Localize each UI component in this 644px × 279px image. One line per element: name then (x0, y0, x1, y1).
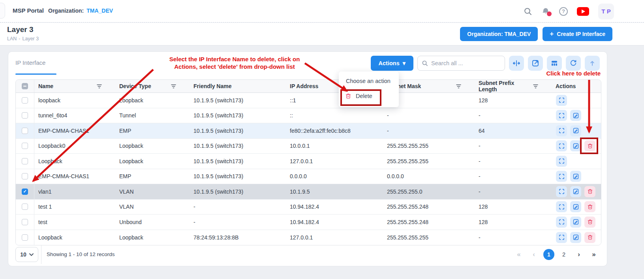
row-checkbox[interactable] (22, 143, 28, 149)
delete-button[interactable] (584, 186, 595, 197)
row-checkbox[interactable] (22, 219, 28, 225)
row-device-type-cell: VLAN (115, 189, 190, 195)
expand-button[interactable] (556, 110, 567, 121)
expand-button[interactable] (556, 125, 567, 136)
row-subnet-mask-cell: 255.255.255.255 (383, 158, 475, 164)
row-checkbox[interactable] (22, 173, 28, 179)
edit-icon (573, 113, 579, 119)
expand-button[interactable] (556, 95, 567, 106)
organization-button[interactable]: Organization: TMA_DEV (460, 27, 538, 41)
page-2-button[interactable]: 2 (556, 251, 571, 258)
filter-icon[interactable] (533, 84, 538, 89)
row-checkbox[interactable] (22, 204, 28, 210)
row-checkbox[interactable] (22, 234, 28, 241)
row-checkbox[interactable] (22, 128, 28, 134)
next-page-button[interactable]: › (571, 249, 586, 260)
row-subnet-prefix-cell: - (475, 234, 552, 241)
edit-button[interactable] (570, 201, 581, 212)
page-1-button[interactable]: 1 (543, 249, 554, 260)
org-value-link[interactable]: TMA_DEV (86, 8, 113, 14)
row-select-cell (16, 123, 34, 138)
row-ip-address-cell: 10.0.0.1 (286, 143, 383, 149)
row-subnet-prefix-cell: 128 (475, 219, 552, 225)
delete-button[interactable] (584, 201, 595, 212)
app-root: MSP Portal Organization:TMA_DEV ? T P (0, 0, 644, 279)
edit-button[interactable] (570, 171, 581, 182)
sidebar-toggle[interactable] (0, 3, 5, 19)
row-name-cell: Loopback (34, 158, 115, 164)
col-header-actions: Actions (552, 83, 601, 89)
expand-icon (559, 173, 565, 179)
avatar[interactable]: T P (598, 4, 614, 19)
edit-button[interactable] (570, 140, 581, 151)
row-checkbox[interactable] (22, 112, 28, 119)
edit-button[interactable] (570, 186, 581, 197)
select-all-checkbox[interactable] (22, 83, 28, 89)
row-device-type-cell: Loopback (115, 234, 190, 241)
row-checkbox[interactable] (22, 189, 28, 195)
edit-icon (573, 219, 579, 225)
row-actions-cell (552, 156, 601, 167)
delete-button[interactable] (584, 217, 595, 228)
columns-icon[interactable] (547, 56, 562, 71)
open-in-new-icon[interactable] (528, 56, 543, 71)
breadcrumb-root[interactable]: LAN (7, 36, 17, 41)
row-select-cell (16, 108, 34, 123)
page-title: Layer 3 (7, 25, 34, 34)
expand-icon (559, 204, 565, 210)
expand-button[interactable] (556, 232, 567, 243)
expand-button[interactable] (556, 217, 567, 228)
table-row: tunnel_6to4 Tunnel 10.1.9.5 (switch173) … (16, 108, 601, 124)
search-icon[interactable] (524, 7, 532, 16)
youtube-icon[interactable] (577, 7, 589, 16)
table-footer: 10 Showing 1 - 10 of 12 records « ‹ 1 2 … (8, 243, 607, 266)
help-icon[interactable]: ? (559, 7, 568, 16)
delete-button[interactable] (584, 232, 595, 243)
table-body: loopback Loopback 10.1.9.5 (switch173) :… (16, 93, 601, 245)
records-summary: Showing 1 - 10 of 12 records (47, 251, 115, 257)
prev-page-button[interactable]: ‹ (526, 249, 541, 260)
tab-ip-interface[interactable]: IP Interface (15, 59, 45, 66)
edit-button[interactable] (570, 110, 581, 121)
row-device-type-cell: EMP (115, 128, 190, 134)
refresh-icon[interactable] (566, 56, 581, 71)
row-actions-cell (552, 171, 601, 182)
edit-button[interactable] (570, 125, 581, 136)
row-ip-address-cell: 127.0.0.1 (286, 158, 383, 164)
row-actions-cell (552, 125, 601, 136)
last-page-button[interactable]: » (586, 249, 601, 260)
row-checkbox[interactable] (22, 97, 28, 104)
search-input[interactable] (431, 60, 494, 66)
export-icon[interactable] (585, 56, 600, 71)
actions-button[interactable]: Actions ▾ (371, 56, 413, 71)
column-resize-icon[interactable] (509, 56, 524, 71)
row-checkbox[interactable] (22, 158, 28, 164)
filter-icon[interactable] (97, 84, 102, 89)
row-subnet-mask-cell: - (383, 128, 475, 134)
page-size-select[interactable]: 10 (15, 247, 38, 262)
row-select-cell (16, 154, 34, 169)
row-friendly-name-cell: - (190, 204, 286, 210)
col-header-device-type: Device Type (115, 83, 190, 89)
expand-icon (559, 128, 565, 134)
filter-icon[interactable] (456, 84, 461, 89)
expand-button[interactable] (556, 186, 567, 197)
ip-interface-table: Name Device Type Friendly Name IP Addres… (15, 79, 601, 245)
row-name-cell: vlan1 (34, 189, 115, 195)
edit-button[interactable] (570, 217, 581, 228)
expand-button[interactable] (556, 140, 567, 151)
create-ip-interface-button[interactable]: + Create IP Interface (543, 27, 612, 41)
edit-button[interactable] (570, 232, 581, 243)
expand-button[interactable] (556, 171, 567, 182)
first-page-button[interactable]: « (511, 249, 526, 260)
table-row: EMP-CMMA-CHAS1 EMP 10.1.9.5 (switch173) … (16, 123, 601, 139)
annotation-instruction: Select the IP Interface Name to delete, … (154, 56, 315, 70)
table-row: loopback Loopback 10.1.9.5 (switch173) :… (16, 93, 601, 108)
bell-icon[interactable] (541, 7, 550, 16)
filter-icon[interactable] (171, 84, 176, 89)
expand-button[interactable] (556, 156, 567, 167)
expand-button[interactable] (556, 201, 567, 212)
dropdown-title: Choose an action (346, 78, 391, 84)
edit-icon (573, 128, 579, 134)
table-header-row: Name Device Type Friendly Name IP Addres… (16, 80, 601, 93)
